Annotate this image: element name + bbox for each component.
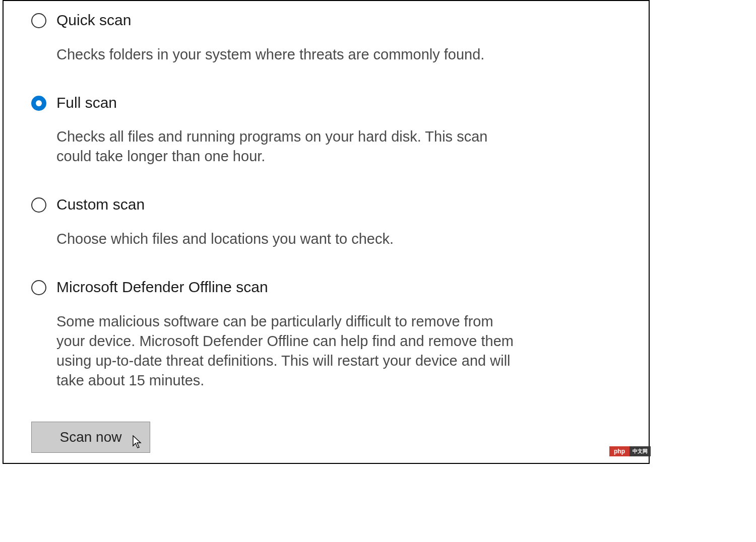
- watermark-left: php: [609, 446, 629, 456]
- radio-offline-scan[interactable]: [31, 280, 46, 295]
- option-full-scan: Full scan Checks all files and running p…: [31, 93, 649, 167]
- watermark-badge: php 中文网: [609, 446, 651, 456]
- option-title-offline: Microsoft Defender Offline scan: [56, 277, 268, 298]
- scan-options-panel: Quick scan Checks folders in your system…: [3, 0, 650, 464]
- option-offline-scan: Microsoft Defender Offline scan Some mal…: [31, 277, 649, 390]
- radio-custom-scan[interactable]: [31, 197, 46, 213]
- option-title-custom: Custom scan: [56, 194, 145, 215]
- option-desc-offline: Some malicious software can be particula…: [56, 312, 515, 391]
- radio-full-scan[interactable]: [31, 96, 46, 111]
- watermark-right: 中文网: [629, 446, 651, 456]
- option-desc-quick: Checks folders in your system where thre…: [56, 45, 515, 64]
- option-custom-scan: Custom scan Choose which files and locat…: [31, 194, 649, 249]
- radio-quick-scan[interactable]: [31, 13, 46, 28]
- option-desc-custom: Choose which files and locations you wan…: [56, 229, 515, 249]
- option-quick-scan: Quick scan Checks folders in your system…: [31, 10, 649, 64]
- scan-now-button[interactable]: Scan now: [31, 422, 150, 453]
- option-title-quick: Quick scan: [56, 10, 131, 31]
- option-desc-full: Checks all files and running programs on…: [56, 127, 515, 166]
- option-title-full: Full scan: [56, 93, 117, 113]
